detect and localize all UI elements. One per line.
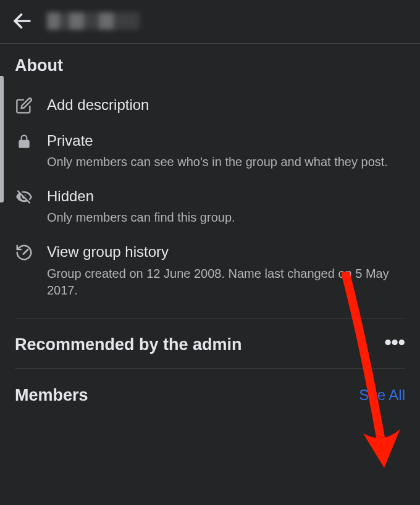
recommended-section: Recommended by the admin ••• — [15, 319, 405, 368]
see-all-link[interactable]: See All — [359, 386, 405, 404]
visibility-label: Hidden — [47, 186, 405, 206]
group-title-redacted — [47, 12, 140, 30]
eye-slash-icon — [15, 188, 33, 206]
about-section-title: About — [15, 56, 405, 75]
history-label: View group history — [47, 242, 405, 261]
history-icon — [15, 243, 33, 262]
header — [0, 0, 420, 44]
privacy-label: Private — [47, 131, 405, 150]
history-row[interactable]: View group history Group created on 12 J… — [15, 235, 405, 307]
members-section: Members See All — [15, 368, 405, 419]
content: About Add description Private Only membe… — [0, 44, 420, 419]
scroll-indicator — [0, 76, 4, 202]
add-description-label: Add description — [47, 95, 405, 114]
edit-icon — [15, 96, 33, 115]
visibility-desc: Only members can find this group. — [47, 209, 405, 226]
recommended-title: Recommended by the admin — [15, 335, 242, 354]
back-arrow-icon — [11, 10, 33, 32]
privacy-row: Private Only members can see who's in th… — [15, 123, 405, 179]
history-desc: Group created on 12 June 2008. Name last… — [47, 265, 405, 299]
more-options-button[interactable]: ••• — [384, 340, 405, 349]
add-description-row[interactable]: Add description — [15, 88, 405, 123]
members-title: Members — [15, 386, 88, 405]
privacy-desc: Only members can see who's in the group … — [47, 154, 405, 170]
back-arrow-button[interactable] — [11, 10, 33, 32]
lock-icon — [15, 132, 33, 151]
visibility-row: Hidden Only members can find this group. — [15, 179, 405, 235]
